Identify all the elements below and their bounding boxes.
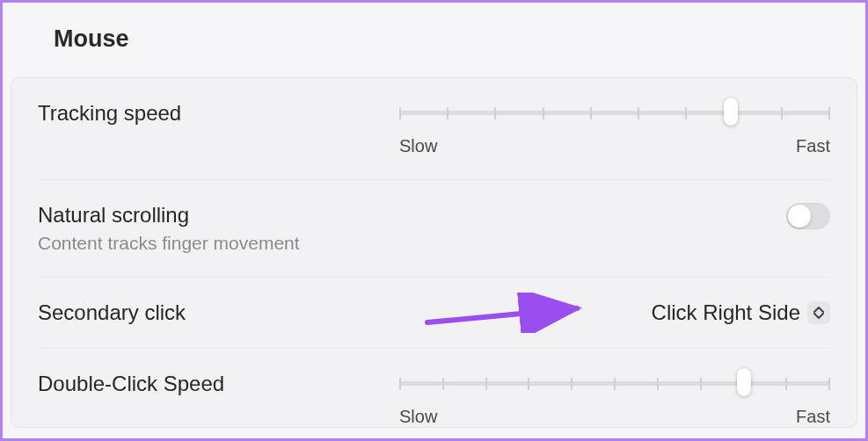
slider-tick: [785, 378, 787, 390]
natural-scrolling-toggle[interactable]: [786, 203, 830, 229]
slider-tick: [638, 107, 639, 119]
tracking-speed-label: Tracking speed: [38, 101, 372, 126]
double-click-speed-label: Double-Click Speed: [38, 372, 372, 396]
slider-ticks: [399, 378, 830, 390]
slider-tick: [442, 378, 444, 390]
slider-tick: [399, 378, 401, 390]
row-double-click-speed: Double-Click Speed Slow Fast: [38, 349, 830, 427]
row-natural-scrolling: Natural scrolling Content tracks finger …: [38, 180, 830, 278]
slider-tick: [399, 107, 401, 119]
slider-tick: [685, 107, 687, 119]
dropdown-value: Click Right Side: [652, 300, 800, 325]
natural-scrolling-sublabel: Content tracks finger movement: [38, 233, 372, 254]
page-title: Mouse: [3, 3, 865, 53]
secondary-click-label: Secondary click: [38, 300, 372, 325]
slider-tick: [657, 378, 659, 390]
slider-tick: [614, 378, 616, 390]
settings-panel: Tracking speed Slow Fast Natural scrolli…: [11, 77, 857, 428]
slider-ticks: [399, 107, 830, 119]
double-click-speed-slider[interactable]: Slow Fast: [399, 372, 830, 427]
slider-tick: [781, 107, 783, 119]
slider-max-label: Fast: [796, 407, 830, 427]
slider-tick: [700, 378, 702, 390]
row-tracking-speed: Tracking speed Slow Fast: [38, 78, 830, 180]
toggle-knob: [788, 205, 811, 228]
slider-tick: [485, 378, 487, 390]
slider-tick: [571, 378, 573, 390]
slider-max-label: Fast: [796, 136, 830, 156]
updown-chevrons-icon: [807, 301, 830, 324]
secondary-click-dropdown[interactable]: Click Right Side: [652, 300, 830, 325]
slider-thumb[interactable]: [737, 368, 751, 396]
slider-tick: [447, 107, 449, 119]
slider-tick: [590, 107, 592, 119]
slider-tick: [528, 378, 529, 390]
slider-min-label: Slow: [399, 136, 437, 156]
slider-tick: [828, 107, 830, 119]
row-secondary-click: Secondary click Click Right Side: [38, 278, 830, 349]
natural-scrolling-label: Natural scrolling: [38, 203, 372, 228]
slider-thumb[interactable]: [724, 98, 738, 126]
tracking-speed-slider[interactable]: Slow Fast: [399, 101, 830, 156]
slider-tick: [494, 107, 496, 119]
slider-tick: [828, 378, 830, 390]
slider-tick: [543, 107, 544, 119]
slider-min-label: Slow: [399, 407, 437, 427]
